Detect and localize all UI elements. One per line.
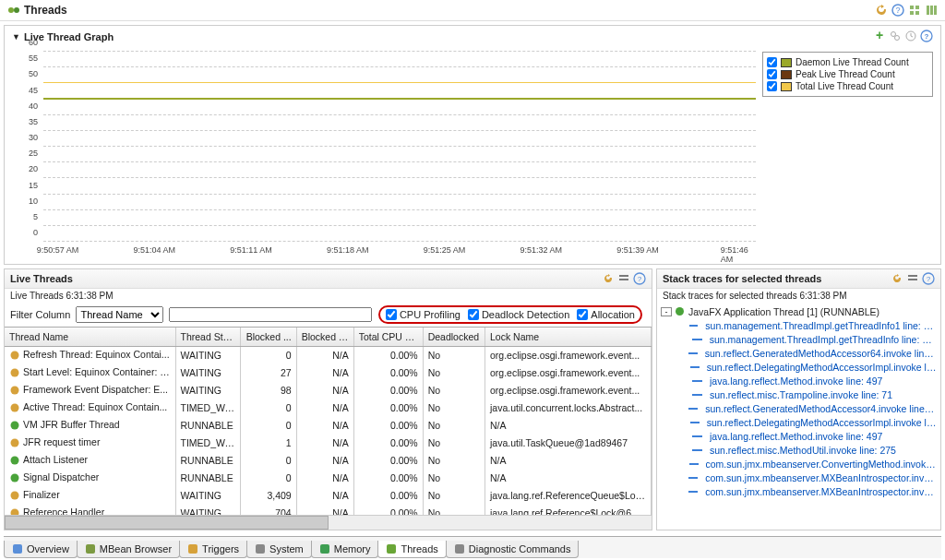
frame-icon [688,477,698,479]
legend-item[interactable]: Daemon Live Thread Count [767,56,928,68]
stack-frame[interactable]: sun.reflect.DelegatingMethodAccessorImpl… [659,360,939,374]
column-header[interactable]: Blocked Ti... [296,328,353,346]
collapse-stack-icon[interactable] [906,272,919,285]
column-header[interactable]: Blocked ... [240,328,296,346]
clock-icon[interactable] [904,30,917,44]
chart-legend: Daemon Live Thread Count Peak Live Threa… [762,52,933,97]
table-row[interactable]: Reference HandlerWAITING704N/A0.00%Nojav… [5,504,652,515]
svg-point-22 [11,369,19,377]
deadlock-check[interactable]: Deadlock Detection [468,309,569,320]
frame-icon [692,449,702,451]
columns-icon[interactable] [925,4,938,17]
table-row[interactable]: FinalizerWAITING3,409N/A0.00%Nojava.lang… [5,486,652,504]
svg-text:?: ? [925,32,929,41]
stack-frame[interactable]: com.sun.jmx.mbeanserver.ConvertingMethod… [659,457,939,471]
cpu-profiling-check[interactable]: CPU Profiling [386,309,461,320]
help-small-icon[interactable]: ? [920,30,933,44]
legend-item[interactable]: Total Live Thread Count [767,80,928,92]
filter-column-select[interactable]: Thread Name [76,306,163,323]
column-header[interactable]: Thread Name [5,328,175,346]
stack-frame[interactable]: java.lang.reflect.Method.invoke line: 49… [659,429,939,443]
table-row[interactable]: Framework Event Dispatcher: E...WAITING9… [5,381,652,399]
stack-timestamp: Stack traces for selected threads 6:31:3… [657,289,940,303]
svg-rect-18 [619,279,628,280]
frame-icon [690,366,700,368]
refresh-stack-icon[interactable] [891,272,903,285]
table-row[interactable]: Signal DispatcherRUNNABLE0N/A0.00%NoN/A [5,469,652,486]
threads-icon [7,4,20,17]
collapse-tree-icon[interactable] [617,272,630,285]
help-live-icon[interactable]: ? [633,272,646,285]
svg-point-13 [895,36,900,41]
column-header[interactable]: Total CPU Us... [353,328,423,346]
stack-frame[interactable]: java.lang.reflect.Method.invoke line: 49… [659,374,939,387]
stack-frame[interactable]: sun.management.ThreadImpl.getThreadInfo … [659,332,939,346]
live-threads-title: Live Threads [10,273,602,284]
svg-point-26 [11,439,19,447]
stack-frame[interactable]: sun.reflect.DelegatingMethodAccessorImpl… [659,415,939,429]
column-header[interactable]: Deadlocked [423,328,484,346]
chart-canvas: 051015202530354045505560 9:50:57 AM9:51:… [5,48,940,266]
svg-rect-37 [13,544,22,554]
svg-rect-10 [934,6,937,15]
svg-rect-39 [188,544,197,554]
add-icon[interactable]: + [873,30,886,44]
svg-rect-42 [387,544,396,554]
svg-rect-43 [455,544,464,554]
stack-frame[interactable]: sun.reflect.misc.MethodUtil.invoke line:… [659,443,939,457]
horizontal-scrollbar[interactable] [5,515,652,530]
stack-frame[interactable]: com.sun.jmx.mbeanserver.MXBeanIntrospect… [659,471,939,484]
table-row[interactable]: Start Level: Equinox Container: f...WAIT… [5,363,652,381]
column-header[interactable]: Thread State [175,328,240,346]
svg-rect-5 [915,6,919,9]
stack-frame[interactable]: sun.management.ThreadImpl.getThreadInfo1… [659,318,939,332]
svg-point-25 [11,422,19,430]
frame-icon [688,491,698,493]
stack-frame[interactable]: sun.reflect.misc.Trampoline.invoke line:… [659,387,939,401]
graph-header[interactable]: ▼ Live Thread Graph + ? [5,26,940,48]
refresh-icon[interactable] [875,4,888,17]
stack-root[interactable]: -JavaFX Application Thread [1] (RUNNABLE… [659,304,939,318]
svg-point-12 [891,32,896,37]
svg-point-1 [14,7,19,13]
stack-frame[interactable]: sun.reflect.GeneratedMethodAccessor4.inv… [659,401,939,415]
filter-input[interactable] [169,307,372,322]
table-row[interactable]: Attach ListenerRUNNABLE0N/A0.00%NoN/A [5,451,652,469]
tab-threads[interactable]: Threads [377,541,446,558]
tab-triggers[interactable]: Triggers [179,541,247,558]
help-icon[interactable]: ? [891,4,904,17]
stack-frame[interactable]: sun.reflect.GeneratedMethodAccessor64.in… [659,346,939,360]
table-row[interactable]: VM JFR Buffer ThreadRUNNABLE0N/A0.00%NoN… [5,416,652,434]
link-icon[interactable] [889,30,902,44]
refresh-small-icon[interactable] [602,272,615,285]
tab-memory[interactable]: Memory [311,541,379,558]
tab-system[interactable]: System [246,541,312,558]
expander-icon[interactable]: - [661,307,672,316]
frame-icon [692,339,702,340]
table-row[interactable]: JFR request timerTIMED_WAIT...1N/A0.00%N… [5,434,652,451]
grid-icon[interactable] [908,4,921,17]
svg-rect-33 [908,279,917,280]
allocation-check[interactable]: Allocation [577,309,635,320]
tab-mbean-browser[interactable]: MBean Browser [77,541,180,558]
tab-overview[interactable]: Overview [4,541,78,558]
live-timestamp: Live Threads 6:31:38 PM [5,289,652,303]
tab-icon [187,543,198,554]
column-header[interactable]: Lock Name [484,328,651,346]
legend-item[interactable]: Peak Live Thread Count [767,68,928,80]
help-stack-icon[interactable]: ? [922,272,935,285]
table-row[interactable]: Active Thread: Equinox Contain...TIMED_W… [5,399,652,416]
table-row[interactable]: Refresh Thread: Equinox Contai...WAITING… [5,346,652,363]
svg-rect-7 [915,11,919,15]
svg-point-27 [11,457,19,465]
stack-traces-panel: Stack traces for selected threads ? Stac… [656,268,941,530]
svg-rect-38 [86,544,95,554]
stack-tree: -JavaFX Application Thread [1] (RUNNABLE… [657,303,940,530]
y-axis: 051015202530354045505560 [12,52,40,242]
svg-point-28 [11,474,19,483]
tab-icon [85,543,96,554]
stack-frame[interactable]: com.sun.jmx.mbeanserver.MXBeanIntrospect… [659,484,939,498]
page-title: Threads [24,4,875,17]
tab-diagnostic-commands[interactable]: Diagnostic Commands [446,541,580,558]
tab-icon [386,543,397,554]
